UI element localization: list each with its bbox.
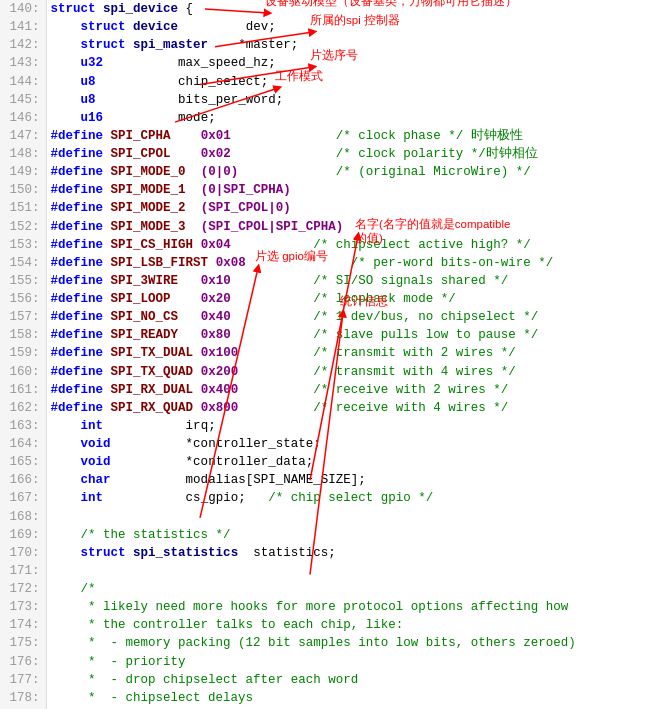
- code-token: [231, 292, 314, 306]
- line-code: #define SPI_3WIRE 0x10 /* SI/SO signals …: [46, 272, 653, 290]
- code-token: 0x80: [201, 328, 231, 342]
- code-token: [51, 582, 81, 596]
- code-token: void: [81, 437, 111, 451]
- code-token: [231, 274, 314, 288]
- code-token: #define: [51, 383, 104, 397]
- code-token: /* transmit with 2 wires */: [313, 346, 516, 360]
- line-number: 154:: [0, 254, 46, 272]
- line-code: * - chipselect delays: [46, 689, 653, 707]
- table-row: 150:#define SPI_MODE_1 (0|SPI_CPHA): [0, 181, 653, 199]
- line-code: struct device dev;: [46, 18, 653, 36]
- line-number: 149:: [0, 163, 46, 181]
- code-token: [103, 383, 111, 397]
- code-token: #define: [51, 256, 104, 270]
- line-code: u8 bits_per_word;: [46, 91, 653, 109]
- table-row: 159:#define SPI_TX_DUAL 0x100 /* transmi…: [0, 344, 653, 362]
- table-row: 168:: [0, 508, 653, 526]
- code-token: 0x01: [201, 129, 231, 143]
- line-number: 143:: [0, 54, 46, 72]
- code-token: [51, 75, 81, 89]
- code-token: /* SI/SO signals shared */: [313, 274, 508, 288]
- table-row: 162:#define SPI_RX_QUAD 0x800 /* receive…: [0, 399, 653, 417]
- code-token: SPI_LSB_FIRST: [111, 256, 209, 270]
- line-code: #define SPI_TX_QUAD 0x200 /* transmit wi…: [46, 363, 653, 381]
- line-number: 150:: [0, 181, 46, 199]
- table-row: 141: struct device dev;: [0, 18, 653, 36]
- line-number: 152:: [0, 218, 46, 236]
- line-number: 176:: [0, 653, 46, 671]
- table-row: 165: void *controller_data;: [0, 453, 653, 471]
- line-number: 170:: [0, 544, 46, 562]
- code-token: [103, 365, 111, 379]
- code-token: device: [133, 20, 178, 34]
- line-code: * - priority: [46, 653, 653, 671]
- code-token: [103, 220, 111, 234]
- code-token: (0|0): [201, 165, 239, 179]
- code-token: [103, 346, 111, 360]
- line-number: 165:: [0, 453, 46, 471]
- table-row: 152:#define SPI_MODE_3 (SPI_CPOL|SPI_CPH…: [0, 218, 653, 236]
- code-token: [51, 473, 81, 487]
- line-number: 159:: [0, 344, 46, 362]
- code-token: (0|SPI_CPHA): [201, 183, 291, 197]
- line-number: 168:: [0, 508, 46, 526]
- table-row: 148:#define SPI_CPOL 0x02 /* clock polar…: [0, 145, 653, 163]
- line-code: #define SPI_MODE_0 (0|0) /* (original Mi…: [46, 163, 653, 181]
- table-row: 142: struct spi_master *master;: [0, 36, 653, 54]
- code-token: /* clock phase */ 时钟极性: [336, 129, 523, 143]
- code-token: *controller_data;: [111, 455, 314, 469]
- code-token: #define: [51, 310, 104, 324]
- table-row: 177: * - drop chipselect after each word: [0, 671, 653, 689]
- table-row: 173: * likely need more hooks for more p…: [0, 598, 653, 616]
- code-token: int: [81, 419, 104, 433]
- table-row: 161:#define SPI_RX_DUAL 0x400 /* receive…: [0, 381, 653, 399]
- code-token: [171, 129, 201, 143]
- table-row: 143: u32 max_speed_hz;: [0, 54, 653, 72]
- code-token: SPI_CPOL: [111, 147, 171, 161]
- line-code: #define SPI_CS_HIGH 0x04 /* chipselect a…: [46, 236, 653, 254]
- code-token: 0x20: [201, 292, 231, 306]
- line-number: 156:: [0, 290, 46, 308]
- line-code: #define SPI_RX_DUAL 0x400 /* receive wit…: [46, 381, 653, 399]
- code-token: /* loopback mode */: [313, 292, 456, 306]
- line-code: #define SPI_CPHA 0x01 /* clock phase */ …: [46, 127, 653, 145]
- code-token: #define: [51, 328, 104, 342]
- code-token: /* per-word bits-on-wire */: [328, 256, 553, 270]
- code-token: spi_master: [133, 38, 208, 52]
- code-token: SPI_TX_QUAD: [111, 365, 194, 379]
- code-token: [51, 111, 81, 125]
- code-token: max_speed_hz;: [103, 56, 276, 70]
- code-token: #define: [51, 292, 104, 306]
- table-row: 140:struct spi_device {: [0, 0, 653, 18]
- code-token: [231, 310, 314, 324]
- code-token: [51, 546, 81, 560]
- line-number: 141:: [0, 18, 46, 36]
- table-row: 149:#define SPI_MODE_0 (0|0) /* (origina…: [0, 163, 653, 181]
- code-token: char: [81, 473, 111, 487]
- code-token: SPI_MODE_2: [111, 201, 186, 215]
- code-token: [51, 691, 81, 705]
- line-number: 172:: [0, 580, 46, 598]
- code-token: [51, 56, 81, 70]
- code-token: [51, 491, 81, 505]
- code-token: /* chip select gpio */: [268, 491, 433, 505]
- code-token: 0x200: [201, 365, 239, 379]
- code-token: #define: [51, 183, 104, 197]
- code-token: SPI_RX_QUAD: [111, 401, 194, 415]
- code-token: #define: [51, 220, 104, 234]
- table-row: 158:#define SPI_READY 0x80 /* slave pull…: [0, 326, 653, 344]
- code-token: 0x04: [201, 238, 231, 252]
- code-token: #define: [51, 238, 104, 252]
- code-token: 0x40: [201, 310, 231, 324]
- line-code: #define SPI_CPOL 0x02 /* clock polarity …: [46, 145, 653, 163]
- line-code: #define SPI_TX_DUAL 0x100 /* transmit wi…: [46, 344, 653, 362]
- line-number: 167:: [0, 489, 46, 507]
- code-token: [193, 401, 201, 415]
- code-token: /*: [81, 582, 96, 596]
- code-token: [103, 328, 111, 342]
- code-token: [231, 328, 314, 342]
- code-token: [103, 165, 111, 179]
- code-token: SPI_CPHA: [111, 129, 171, 143]
- line-code: void *controller_state;: [46, 435, 653, 453]
- code-token: [193, 238, 201, 252]
